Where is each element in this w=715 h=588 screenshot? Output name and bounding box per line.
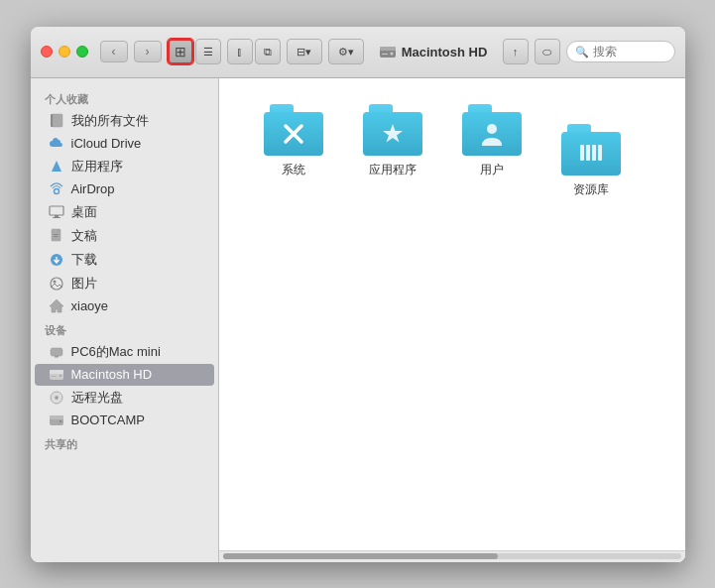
svg-rect-12 — [54, 236, 58, 237]
svg-point-14 — [51, 278, 62, 290]
action-button[interactable]: ⚙▾ — [328, 39, 364, 64]
svg-point-20 — [59, 374, 60, 376]
maximize-button[interactable] — [76, 46, 88, 58]
sidebar-item-downloads[interactable]: 下载 — [35, 248, 214, 272]
sidebar-label-bootcamp: BOOTCAMP — [71, 412, 145, 427]
svg-point-30 — [487, 124, 497, 134]
arrange-button[interactable]: ⊟▾ — [287, 39, 322, 64]
content-area: 系统 应用程序 — [219, 78, 685, 562]
sidebar-label-pictures: 图片 — [71, 275, 97, 293]
view-list-button[interactable]: ☰ — [195, 39, 221, 64]
sidebar-item-documents[interactable]: 文稿 — [35, 224, 214, 248]
sidebar-item-mac-mini[interactable]: PC6的Mac mini — [35, 340, 214, 364]
folder-applications[interactable]: 应用程序 — [348, 98, 437, 204]
svg-rect-7 — [50, 206, 63, 215]
x-logo-icon — [280, 120, 307, 148]
svg-rect-17 — [55, 356, 59, 358]
folder-grid: 系统 应用程序 — [219, 78, 685, 550]
svg-rect-34 — [598, 145, 602, 161]
section-label-personal: 个人收藏 — [31, 86, 218, 109]
sidebar-item-apps[interactable]: 应用程序 — [35, 155, 214, 178]
svg-point-15 — [53, 280, 56, 283]
traffic-lights — [41, 46, 88, 58]
library-columns-icon — [578, 141, 604, 167]
folder-system[interactable]: 系统 — [249, 98, 338, 204]
tag-button[interactable]: ⬭ — [535, 39, 560, 64]
folder-applications-label: 应用程序 — [369, 162, 417, 178]
scrollbar-track — [223, 553, 681, 559]
svg-rect-9 — [53, 217, 60, 218]
all-files-icon — [49, 113, 64, 129]
folder-library[interactable]: 资源库 — [546, 118, 636, 204]
view-column-button[interactable]: ⫿ — [227, 39, 253, 64]
sidebar-label-documents: 文稿 — [71, 227, 97, 245]
sidebar-item-icloud[interactable]: iCloud Drive — [35, 133, 214, 155]
desktop-icon — [49, 204, 64, 220]
folder-library-icon — [561, 124, 621, 176]
scrollbar-thumb[interactable] — [223, 553, 498, 559]
section-label-shared: 共享的 — [31, 431, 218, 454]
sidebar-label-desktop: 桌面 — [71, 203, 97, 221]
person-icon — [478, 120, 506, 148]
forward-button[interactable]: › — [134, 41, 162, 62]
sidebar-item-desktop[interactable]: 桌面 — [35, 200, 214, 224]
svg-rect-11 — [54, 234, 59, 235]
sidebar-label-mac-mini: PC6的Mac mini — [71, 343, 161, 361]
window-title-area: Macintosh HD — [370, 43, 497, 60]
hd-drive-icon — [379, 43, 397, 60]
sidebar: 个人收藏 我的所有文件 iCloud Drive 应用程序 — [31, 78, 219, 562]
folder-users-icon — [462, 104, 522, 156]
folder-applications-icon — [363, 104, 422, 156]
folder-library-label: 资源库 — [573, 181, 609, 198]
share-button[interactable]: ↑ — [503, 39, 529, 64]
main-area: 个人收藏 我的所有文件 iCloud Drive 应用程序 — [31, 78, 685, 562]
svg-point-24 — [56, 397, 58, 399]
folder-system-icon — [264, 104, 323, 156]
star-icon — [379, 120, 407, 148]
sidebar-item-airdrop[interactable]: AirDrop — [35, 178, 214, 200]
section-label-devices: 设备 — [31, 317, 218, 340]
svg-rect-5 — [53, 114, 62, 127]
search-box[interactable]: 🔍 — [566, 41, 675, 62]
svg-rect-1 — [380, 47, 396, 51]
svg-rect-21 — [51, 376, 56, 377]
sidebar-item-xiaoye[interactable]: xiaoye — [35, 295, 214, 317]
sidebar-item-all-files[interactable]: 我的所有文件 — [35, 109, 214, 133]
minimize-button[interactable] — [59, 46, 70, 58]
svg-rect-3 — [382, 54, 388, 55]
window-title: Macintosh HD — [402, 45, 488, 59]
titlebar: ‹ › ⊞ ☰ ⫿ ⧉ ⊟▾ ⚙▾ — [31, 27, 685, 78]
svg-rect-33 — [592, 145, 596, 161]
svg-point-27 — [59, 419, 60, 421]
sidebar-item-pictures[interactable]: 图片 — [35, 272, 214, 295]
sidebar-item-macintosh-hd[interactable]: Macintosh HD — [35, 364, 214, 386]
sidebar-label-all-files: 我的所有文件 — [71, 112, 149, 130]
back-button[interactable]: ‹ — [100, 41, 128, 62]
svg-rect-31 — [580, 145, 584, 161]
view-buttons: ⊞ ☰ — [168, 39, 221, 64]
horizontal-scrollbar[interactable] — [219, 550, 685, 562]
finder-window: ‹ › ⊞ ☰ ⫿ ⧉ ⊟▾ ⚙▾ — [31, 27, 685, 562]
svg-point-6 — [54, 188, 59, 193]
sidebar-label-airdrop: AirDrop — [71, 181, 115, 196]
apps-icon — [49, 159, 64, 175]
sidebar-item-bootcamp[interactable]: BOOTCAMP — [35, 410, 214, 431]
search-icon: 🔍 — [575, 46, 589, 59]
icloud-icon — [49, 136, 64, 152]
svg-rect-16 — [51, 348, 62, 356]
downloads-icon — [49, 252, 64, 268]
search-input[interactable] — [593, 45, 672, 59]
view-cover-button[interactable]: ⧉ — [255, 39, 281, 64]
sidebar-label-remote-disk: 远程光盘 — [71, 389, 123, 407]
folder-users[interactable]: 用户 — [447, 98, 536, 204]
sidebar-item-remote-disk[interactable]: 远程光盘 — [35, 386, 214, 410]
sidebar-label-downloads: 下载 — [71, 251, 97, 269]
mac-mini-icon — [49, 344, 64, 360]
xiaoye-icon — [49, 298, 64, 314]
view-extra-buttons: ⫿ ⧉ — [227, 39, 281, 64]
documents-icon — [49, 228, 64, 244]
close-button[interactable] — [41, 46, 53, 58]
svg-rect-8 — [55, 215, 59, 217]
view-icon-button[interactable]: ⊞ — [168, 39, 193, 64]
sidebar-label-xiaoye: xiaoye — [71, 298, 109, 313]
